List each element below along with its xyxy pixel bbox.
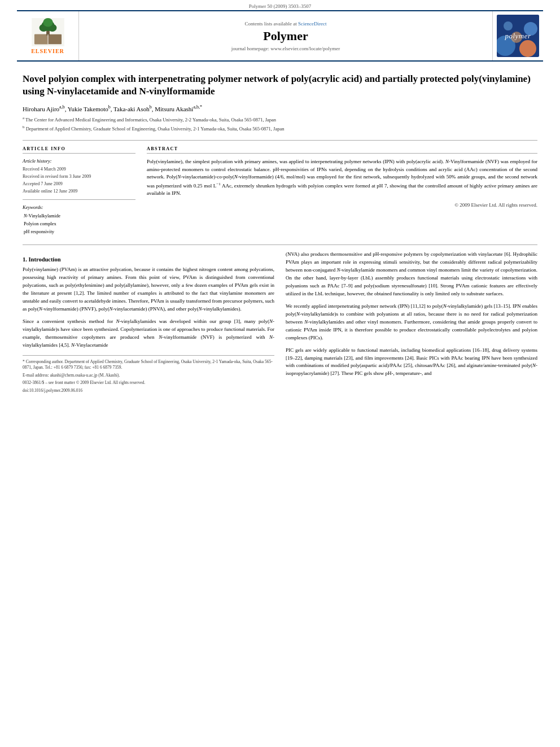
keywords-label: Keywords: [23,204,135,210]
affil-b: b Department of Applied Chemistry, Gradu… [23,125,537,133]
email-note: E-mail address: akashi@chem.osaka-u.ac.j… [23,373,274,379]
issn-note: 0032-3861/$ – see front matter © 2009 El… [23,380,274,386]
body-content: 1. Introduction Poly(vinylamine) (PVAm) … [23,251,537,395]
intro-para-2: Since a convenient synthesis method for … [23,318,274,350]
keyword-1: N-Vinylalkylamide [24,212,135,220]
article-title: Novel polyion complex with interpenetrat… [23,73,537,98]
affil-marker-b1: b [108,104,111,110]
intro-para-1: Poly(vinylamine) (PVAm) is an attractive… [23,266,274,313]
affil-marker-a: a,b [59,104,65,110]
polymer-badge: polymer [497,15,539,57]
journal-citation: Polymer 50 (2009) 3503–3507 [249,3,312,9]
article-info-heading: ARTICLE INFO [23,146,135,154]
affil-a: a The Center for Advanced Medical Engine… [23,116,537,124]
body-left-column: 1. Introduction Poly(vinylamine) (PVAm) … [23,251,274,395]
abstract-panel: ABSTRACT Poly(vinylamine), the simplest … [147,146,537,235]
article-info-abstract-row: ARTICLE INFO Article history: Received 4… [23,146,537,235]
svg-point-11 [519,40,536,57]
received-revised-date: Received in revised form 3 June 2009 [23,173,135,181]
elsevier-logo: ELSEVIER [31,18,65,54]
right-para-3: PIC gels are widely applicable to functi… [286,347,537,378]
main-content: Novel polyion complex with interpenetrat… [0,62,560,407]
affiliations: a The Center for Advanced Medical Engine… [23,116,537,132]
keyword-2: Polyion complex [24,220,135,228]
authors-line: Hiroharu Ajiroa,b, Yukie Takemotob, Taka… [23,104,537,112]
svg-rect-2 [34,34,47,43]
journal-homepage: journal homepage: www.elsevier.com/locat… [231,46,340,51]
keyword-3: pH responsivity [24,228,135,236]
abstract-heading: ABSTRACT [147,146,537,154]
affil-marker-ab: a,b,* [193,104,202,110]
elsevier-brand-text: ELSEVIER [31,48,64,54]
copyright-line: © 2009 Elsevier Ltd. All rights reserved… [147,202,537,208]
affil-marker-b2: b [150,104,152,110]
elsevier-logo-area: ELSEVIER [17,11,79,60]
intro-section-title: 1. Introduction [23,256,274,263]
accepted-date: Accepted 7 June 2009 [23,181,135,188]
journal-center: Contents lists available at ScienceDirec… [79,11,492,60]
right-para-1: (NVA) also produces thermosensitive and … [286,251,537,298]
received-date: Received 4 March 2009 [23,166,135,173]
top-bar: Polymer 50 (2009) 3503–3507 [0,0,560,10]
corresponding-author-note: * Corresponding author. Department of Ap… [23,359,274,371]
journal-header: ELSEVIER Contents lists available at Sci… [17,10,543,62]
body-right-column: (NVA) also produces thermosensitive and … [286,251,537,395]
abstract-text: Poly(vinylamine), the simplest polycatio… [147,158,537,198]
body-divider [23,244,537,245]
svg-point-14 [504,21,513,30]
available-online-date: Available online 12 June 2009 [23,188,135,195]
polymer-badge-area: polymer [492,11,543,60]
right-para-2: We recently applied interpenetrating pol… [286,303,537,342]
svg-point-7 [43,18,53,27]
polymer-badge-label: polymer [505,32,531,41]
sciencedirect-line: Contents lists available at ScienceDirec… [245,21,327,27]
article-dates: Received 4 March 2009 Received in revise… [23,166,135,200]
sciencedirect-link[interactable]: ScienceDirect [298,21,326,27]
footer: * Corresponding author. Department of Ap… [23,355,274,394]
doi-note: doi:10.1016/j.polymer.2009.06.016 [23,388,274,394]
history-label: Article history: [23,158,135,164]
journal-title-display: Polymer [263,29,308,43]
header-divider [23,140,537,141]
elsevier-tree-icon [31,18,65,46]
article-info-panel: ARTICLE INFO Article history: Received 4… [23,146,135,235]
